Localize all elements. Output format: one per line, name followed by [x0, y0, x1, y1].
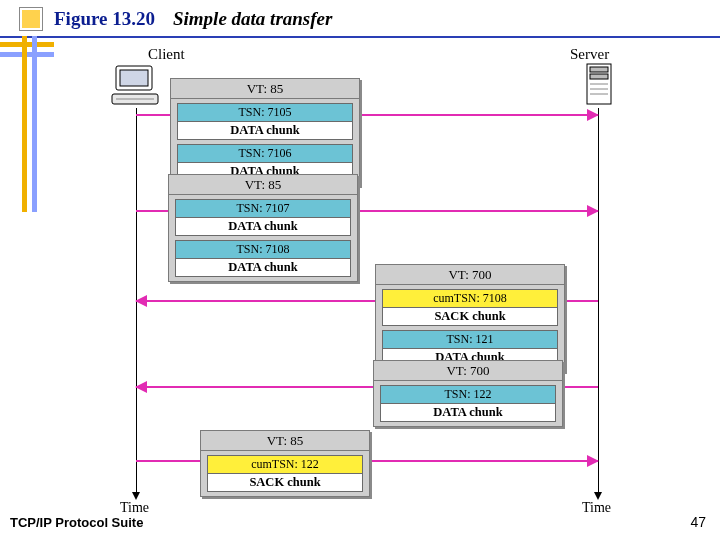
sack-chunk: cumTSN: 7108 SACK chunk: [382, 289, 558, 326]
chunk-body: SACK chunk: [383, 308, 557, 325]
title-underline: [0, 36, 720, 38]
client-label: Client: [148, 46, 185, 63]
arrow-from-client: [136, 210, 168, 212]
chunk-header: TSN: 7106: [178, 145, 352, 163]
client-computer-icon: [110, 64, 164, 112]
arrow-from-server: [565, 386, 598, 388]
msg-group-client-1: VT: 85 TSN: 7105 DATA chunk TSN: 7106 DA…: [170, 78, 360, 186]
data-chunk: TSN: 7107 DATA chunk: [175, 199, 351, 236]
arrow-from-server: [567, 300, 598, 302]
svg-rect-6: [590, 74, 608, 79]
title-bullet-icon: [20, 8, 42, 30]
data-chunk: TSN: 7105 DATA chunk: [177, 103, 353, 140]
chunk-header: TSN: 122: [381, 386, 555, 404]
vt-label: VT: 85: [169, 175, 357, 195]
msg-group-server-2: VT: 700 TSN: 122 DATA chunk: [373, 360, 563, 427]
arrow-from-client: [136, 114, 170, 116]
vt-label: VT: 700: [376, 265, 564, 285]
vt-label: VT: 85: [171, 79, 359, 99]
chunk-body: DATA chunk: [381, 404, 555, 421]
sack-chunk: cumTSN: 122 SACK chunk: [207, 455, 363, 492]
chunk-body: DATA chunk: [176, 259, 350, 276]
vt-label: VT: 85: [201, 431, 369, 451]
sequence-diagram: Client Server Time Time VT: 85 TSN: 7105…: [70, 46, 670, 506]
chunk-body: SACK chunk: [208, 474, 362, 491]
arrow-to-server: [362, 114, 598, 116]
arrow-to-client: [136, 300, 375, 302]
chunk-header: cumTSN: 7108: [383, 290, 557, 308]
arrow-from-client: [136, 460, 200, 462]
figure-label: Figure 13.20: [54, 8, 155, 30]
client-lifeline-arrow-icon: [132, 492, 140, 500]
figure-title: Simple data transfer: [173, 8, 332, 30]
chunk-header: cumTSN: 122: [208, 456, 362, 474]
msg-group-server-1: VT: 700 cumTSN: 7108 SACK chunk TSN: 121…: [375, 264, 565, 372]
footer-source: TCP/IP Protocol Suite: [10, 515, 143, 530]
server-lifeline: [598, 108, 599, 494]
arrow-to-client: [136, 386, 373, 388]
chunk-header: TSN: 7107: [176, 200, 350, 218]
msg-group-client-2: VT: 85 TSN: 7107 DATA chunk TSN: 7108 DA…: [168, 174, 358, 282]
data-chunk: TSN: 122 DATA chunk: [380, 385, 556, 422]
client-time-label: Time: [120, 500, 149, 516]
side-rail-icon: [0, 36, 54, 72]
msg-group-client-3: VT: 85 cumTSN: 122 SACK chunk: [200, 430, 370, 497]
chunk-header: TSN: 7105: [178, 104, 352, 122]
chunk-body: DATA chunk: [176, 218, 350, 235]
page-number: 47: [690, 514, 706, 530]
server-lifeline-arrow-icon: [594, 492, 602, 500]
data-chunk: TSN: 7108 DATA chunk: [175, 240, 351, 277]
svg-rect-1: [120, 70, 148, 86]
server-time-label: Time: [582, 500, 611, 516]
server-label: Server: [570, 46, 609, 63]
server-rack-icon: [585, 62, 613, 110]
slide-title-row: Figure 13.20 Simple data transfer: [20, 6, 700, 32]
arrow-to-server: [372, 460, 598, 462]
chunk-header: TSN: 7108: [176, 241, 350, 259]
chunk-header: TSN: 121: [383, 331, 557, 349]
vt-label: VT: 700: [374, 361, 562, 381]
svg-rect-5: [590, 67, 608, 72]
chunk-body: DATA chunk: [178, 122, 352, 139]
arrow-to-server: [360, 210, 598, 212]
